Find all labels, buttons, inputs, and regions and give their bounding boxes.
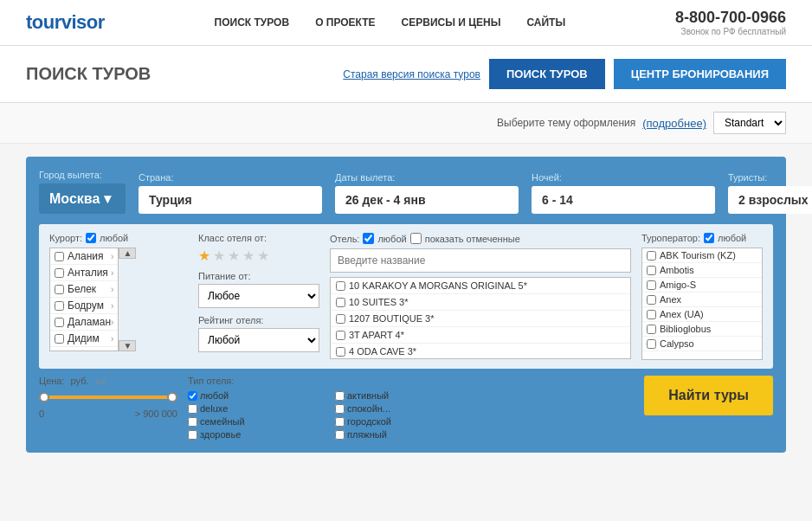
hotel-type-item[interactable]: городской (335, 416, 475, 427)
tourists-input[interactable] (728, 186, 812, 214)
star-2[interactable]: ★ (213, 248, 225, 264)
hotel-item[interactable]: 4 ODA CAVE 3* (331, 344, 630, 359)
nights-input[interactable] (532, 186, 715, 214)
hotel-class-title: Класс отеля от: (198, 233, 319, 243)
filter-panel: Курорт: любой Алания›Анталия›Белек›Бодру… (39, 224, 773, 369)
price-slider[interactable] (39, 391, 177, 403)
resort-scroll-up[interactable]: ▲ (119, 248, 136, 259)
resort-label: Курорт: (49, 233, 82, 243)
nav-sites[interactable]: САЙТЫ (526, 16, 565, 29)
resort-column: Курорт: любой Алания›Анталия›Белек›Бодру… (49, 233, 188, 360)
meal-select[interactable]: Любое Завтрак Полупансион Полный пансион… (198, 284, 319, 308)
page-title: ПОИСК ТУРОВ (26, 64, 151, 84)
meal-label: Питание от: (198, 271, 319, 281)
nights-field: Ночей: (532, 172, 715, 214)
resort-scroll-down[interactable]: ▼ (119, 340, 136, 351)
operator-item[interactable]: Anex (UA) (642, 307, 762, 322)
operator-item[interactable]: Calypso (642, 337, 762, 351)
page-header: ПОИСК ТУРОВ Старая версия поиска туров П… (0, 46, 812, 103)
country-input[interactable] (139, 186, 322, 214)
resort-item[interactable]: Белек› (50, 281, 118, 298)
country-field: Страна: (139, 172, 322, 214)
rating-select[interactable]: Любой 3+ 4+ 4.5+ (198, 328, 319, 352)
find-tours-button[interactable]: Найти туры (644, 376, 773, 415)
hotel-type-item[interactable]: любой (188, 390, 328, 401)
hotel-item[interactable]: 3T APART 4* (331, 327, 630, 344)
operator-list: ABK Tourism (KZ)AmbotisAmigo-SAnexAnex (… (641, 248, 763, 360)
hotel-type-column: Тип отеля: любойактивныйdeluxeспокойн...… (188, 376, 475, 440)
theme-selector: Выберите тему оформления (подробнее) Sta… (0, 103, 812, 144)
price-max-value: > 900 000 (135, 408, 177, 419)
main-content: Город вылета: Москва ▾ Страна: Даты выле… (0, 144, 812, 466)
star-4[interactable]: ★ (242, 248, 255, 264)
resort-item[interactable]: Измир› (50, 347, 118, 351)
resort-item[interactable]: Бодрум› (50, 298, 118, 314)
operator-any-label: любой (718, 233, 746, 243)
hotel-show-marked-checkbox[interactable] (410, 233, 422, 244)
rating-label: Рейтинг отеля: (198, 315, 319, 325)
hotel-search-input[interactable] (330, 248, 631, 273)
resort-item[interactable]: Алания› (50, 248, 118, 265)
hotel-any-checkbox[interactable] (363, 233, 374, 244)
departure-label: Город вылета: (39, 170, 126, 180)
hotel-list: 10 KARAKOY A MORGANS ORIGINAL 5*10 SUITE… (330, 277, 631, 359)
country-label: Страна: (139, 172, 322, 183)
departure-field: Город вылета: Москва ▾ (39, 170, 126, 214)
resort-any-label: любой (100, 233, 128, 243)
resort-item[interactable]: Дидим› (50, 331, 118, 347)
operator-item[interactable]: Ambotis (642, 263, 762, 278)
hotel-item[interactable]: 1207 BOUTIQUE 3* (331, 311, 630, 327)
bottom-row: Цена: руб. у.е. 0 > 900 000 Тип отеля: (39, 376, 773, 440)
star-1[interactable]: ★ (198, 248, 210, 264)
price-slider-max-thumb[interactable] (167, 392, 177, 402)
price-min-value: 0 (39, 408, 44, 419)
logo: tourvisor (26, 11, 105, 34)
nav-search[interactable]: ПОИСК ТУРОВ (215, 16, 290, 29)
dates-input[interactable] (335, 186, 519, 214)
phone-number: 8-800-700-0966 (675, 9, 786, 27)
hotel-filter-title: Отель: любой показать отмеченные (330, 233, 631, 244)
hotel-class-label: Класс отеля от: (198, 233, 267, 243)
top-row: Город вылета: Москва ▾ Страна: Даты выле… (39, 170, 773, 214)
hotel-type-item[interactable]: активный (335, 390, 475, 401)
departure-value[interactable]: Москва ▾ (39, 183, 126, 214)
hotel-type-item[interactable]: пляжный (335, 429, 475, 440)
operator-item[interactable]: Anex (642, 293, 762, 307)
resort-item[interactable]: Анталия› (50, 265, 118, 281)
hotel-type-item[interactable]: здоровье (188, 429, 328, 440)
operator-any-checkbox[interactable] (704, 233, 714, 243)
hotel-type-item[interactable]: спокойн... (335, 403, 475, 414)
hotel-item[interactable]: 10 KARAKOY A MORGANS ORIGINAL 5* (331, 278, 630, 294)
star-3[interactable]: ★ (228, 248, 240, 264)
hotel-type-item[interactable]: семейный (188, 416, 328, 427)
operator-filter-title: Туроператор: любой (641, 233, 763, 243)
price-slider-track (39, 396, 177, 399)
operator-item[interactable]: ABK Tourism (KZ) (642, 248, 762, 263)
hotel-label: Отель: (330, 234, 359, 244)
star-5[interactable]: ★ (257, 248, 269, 264)
hotel-type-item[interactable]: deluxe (188, 403, 328, 414)
old-version-link[interactable]: Старая версия поиска туров (343, 68, 480, 80)
hotel-show-marked-label: показать отмеченные (425, 234, 520, 244)
resort-item[interactable]: Даламан› (50, 314, 118, 331)
main-nav: ПОИСК ТУРОВ О ПРОЕКТЕ СЕРВИСЫ И ЦЕНЫ САЙ… (215, 16, 566, 29)
hotel-types-grid: любойактивныйdeluxeспокойн...семейныйгор… (188, 390, 475, 440)
search-tours-button[interactable]: ПОИСК ТУРОВ (489, 59, 605, 89)
price-values: 0 > 900 000 (39, 408, 177, 419)
price-column: Цена: руб. у.е. 0 > 900 000 (39, 376, 177, 419)
operator-label: Туроператор: (641, 233, 700, 243)
booking-center-button[interactable]: ЦЕНТР БРОНИРОВАНИЯ (614, 59, 786, 89)
hotel-item[interactable]: 10 SUITES 3* (331, 294, 630, 311)
theme-details-link[interactable]: (подробнее) (642, 117, 706, 130)
theme-select[interactable]: Standart (713, 112, 786, 134)
nav-services[interactable]: СЕРВИСЫ И ЦЕНЫ (402, 16, 501, 29)
price-slider-min-thumb[interactable] (39, 392, 49, 402)
hotel-type-title: Тип отеля: (188, 376, 475, 386)
resort-list: Алания›Анталия›Белек›Бодрум›Даламан›Диди… (49, 248, 119, 351)
operator-item[interactable]: Amigo-S (642, 278, 762, 293)
logo-text: tourvisor (26, 11, 105, 34)
price-unit: у.е. (95, 376, 108, 386)
operator-item[interactable]: Biblioglobus (642, 322, 762, 337)
nav-about[interactable]: О ПРОЕКТЕ (315, 16, 375, 29)
resort-any-checkbox[interactable] (86, 233, 96, 243)
